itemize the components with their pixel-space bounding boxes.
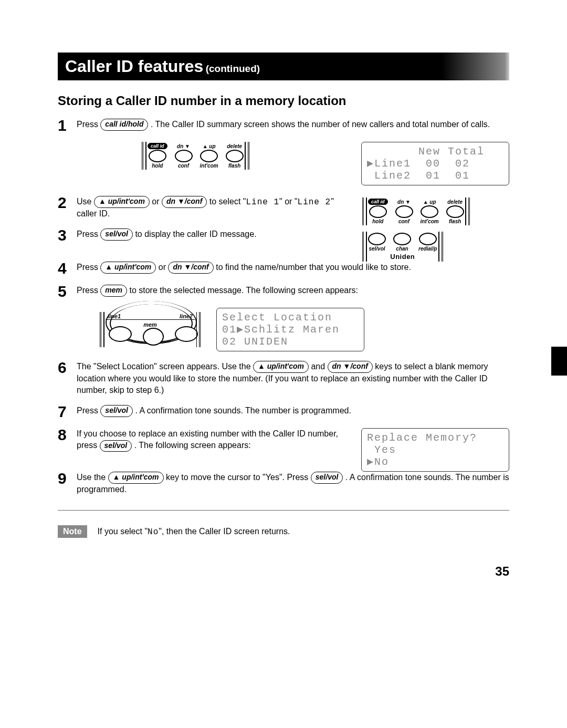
note-text: If you select "No", then the Caller ID s… xyxy=(98,527,290,537)
kp-label: call id xyxy=(368,199,388,205)
step9-text-b: key to move the cursor to "Yes". Press xyxy=(166,473,311,482)
kp-button-icon xyxy=(143,328,164,346)
dn-conf-button: dn ▼/conf xyxy=(162,196,207,208)
kp-button-icon xyxy=(368,233,386,245)
kp-label: flash xyxy=(449,219,461,224)
step-number: 8 xyxy=(58,427,77,443)
kp-label: conf xyxy=(398,219,410,224)
step5-text-b: to store the selected message. The follo… xyxy=(129,286,358,295)
line2-text: Line 2 xyxy=(298,197,331,207)
kp-label: call id xyxy=(148,143,167,149)
step-number: 4 xyxy=(58,261,77,276)
step1-text-a: Press xyxy=(77,120,100,129)
kp-button-icon xyxy=(175,150,193,162)
step2-text-d: " or " xyxy=(279,197,297,206)
note-tag: Note xyxy=(58,525,87,538)
dn-conf-button: dn ▼/conf xyxy=(168,262,213,274)
step-number: 9 xyxy=(58,471,77,486)
step-number: 6 xyxy=(58,360,77,376)
step-9: 9 Use the ▲ up/int'com key to move the c… xyxy=(58,472,509,495)
step4-text-b: or xyxy=(159,263,169,272)
kp-label: hold xyxy=(372,219,383,224)
kp-button-icon xyxy=(109,326,132,342)
kp-button-icon xyxy=(446,205,464,218)
kp-label: flash xyxy=(228,163,240,169)
sel-vol-button: sel/vol xyxy=(100,440,132,452)
keypad-diagram-bottom: sel/vol chan redial/p Uniden xyxy=(362,232,443,262)
step-5: 5 Press mem to store the selected messag… xyxy=(58,285,509,299)
sel-vol-button: sel/vol xyxy=(100,228,133,241)
note-no: No xyxy=(148,527,159,537)
kp-button-icon xyxy=(149,150,166,162)
page-banner: Caller ID features (continued) xyxy=(58,53,509,80)
kp-label: ▲ up xyxy=(423,199,436,205)
up-intcom-button: ▲ up/int'com xyxy=(100,262,156,274)
kp-label: int'com xyxy=(200,163,218,169)
sel-vol-button: sel/vol xyxy=(311,472,343,484)
mem-button: mem xyxy=(100,285,127,297)
step4-text-c: to find the name/number that you would l… xyxy=(216,263,411,272)
step-8: 8 If you choose to replace an existing n… xyxy=(58,428,345,452)
note-text-a: If you select " xyxy=(98,527,148,536)
step4-text-a: Press xyxy=(77,263,100,272)
kp-button-icon xyxy=(421,205,438,218)
step-1: 1 Press call id/hold . The Caller ID sum… xyxy=(58,119,509,133)
section-title: Storing a Caller ID number in a memory l… xyxy=(58,93,509,108)
kp-label: ▲ up xyxy=(203,143,216,149)
step-number: 1 xyxy=(58,118,77,133)
kp-label: int'com xyxy=(421,219,439,224)
step8-text-b: . The following screen appears: xyxy=(134,441,251,450)
step-3: 3 Press sel/vol to display the caller ID… xyxy=(58,228,346,243)
step3-text-b: to display the caller ID message. xyxy=(135,230,256,238)
step6-text-a: The "Select Location" screen appears. Us… xyxy=(77,362,253,371)
keypad-mem-diagram: line1 line2 mem xyxy=(100,312,201,347)
step9-text-a: Use the xyxy=(77,473,108,482)
note-row: Note If you select "No", then the Caller… xyxy=(58,510,509,538)
page-number: 35 xyxy=(58,564,509,579)
kp-label: dn ▼ xyxy=(397,199,411,205)
step-number: 2 xyxy=(58,195,77,211)
keypad-diagram-top: call idhold dn ▼conf ▲ upint'com deletef… xyxy=(142,142,249,170)
step7-text-b: . A confirmation tone sounds. The number… xyxy=(135,406,351,415)
up-intcom-button: ▲ up/int'com xyxy=(108,472,164,484)
step-7: 7 Press sel/vol . A confirmation tone so… xyxy=(58,405,509,420)
kp-button-icon xyxy=(395,205,413,218)
lcd-select-location: Select Location 01▶Schlitz Maren 02 UNID… xyxy=(216,308,364,351)
step-6: 6 The "Select Location" screen appears. … xyxy=(58,361,509,397)
step-number: 7 xyxy=(58,404,77,420)
dn-conf-button: dn ▼/conf xyxy=(328,361,373,373)
kp-button-icon xyxy=(175,326,198,342)
step-number: 3 xyxy=(58,227,77,243)
kp-label: conf xyxy=(178,163,189,169)
kp-label: delete xyxy=(447,199,463,205)
step3-text-a: Press xyxy=(77,230,100,238)
banner-continued: (continued) xyxy=(206,63,260,74)
step5-text-a: Press xyxy=(77,286,100,295)
kp-label: dn ▼ xyxy=(177,143,190,149)
kp-button-icon xyxy=(226,150,244,162)
brand-label: Uniden xyxy=(368,253,437,261)
up-intcom-button: ▲ up/int'com xyxy=(253,361,309,373)
step1-text-b: . The Caller ID summary screen shows the… xyxy=(151,120,490,129)
step-2: 2 Use ▲ up/int'com or dn ▼/conf to selec… xyxy=(58,196,346,220)
lcd-replace-memory: Replace Memory? Yes ▶No xyxy=(361,428,509,472)
lcd-summary: New Total ▶Line1 00 02 Line2 01 01 xyxy=(361,142,509,185)
up-intcom-button: ▲ up/int'com xyxy=(94,196,150,208)
step-4: 4 Press ▲ up/int'com or dn ▼/conf to fin… xyxy=(58,262,509,276)
kp-label: delete xyxy=(227,143,242,149)
line1-text: Line 1 xyxy=(246,197,279,207)
kp-button-icon xyxy=(419,233,437,245)
step6-text-b: and xyxy=(311,362,327,371)
kp-button-icon xyxy=(200,150,218,162)
kp-label: chan xyxy=(396,246,408,252)
step2-text-b: or xyxy=(152,197,162,206)
sel-vol-button: sel/vol xyxy=(100,405,133,417)
kp-label: hold xyxy=(152,163,163,169)
step-number: 5 xyxy=(58,284,77,299)
note-text-b: ", then the Caller ID screen returns. xyxy=(159,527,290,536)
kp-label: redial/p xyxy=(418,246,437,252)
kp-label: sel/vol xyxy=(369,246,385,252)
kp-button-icon xyxy=(369,205,387,218)
step7-text-a: Press xyxy=(77,406,100,415)
keypad-diagram-top-2: call idhold dn ▼conf ▲ upint'com deletef… xyxy=(362,197,470,225)
